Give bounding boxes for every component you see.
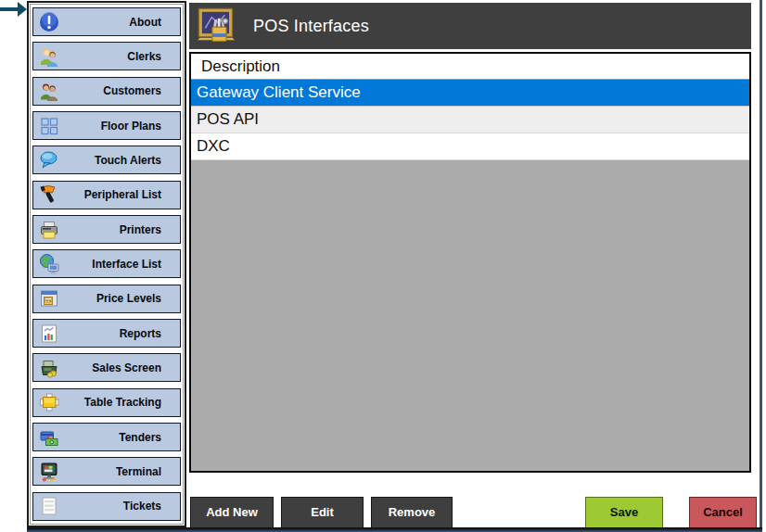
clerks-icon (37, 44, 61, 69)
sidebar-item-label: Customers (103, 84, 161, 97)
sidebar-item-label: Reports (120, 327, 161, 340)
reports-icon (37, 322, 61, 346)
interface-list-table[interactable]: Description Gateway Client ServicePOS AP… (189, 52, 751, 473)
list-empty-area (191, 160, 749, 471)
sidebar-item-peripheral-list[interactable]: Peripheral List (32, 181, 181, 209)
annotation-arrow-icon (0, 0, 28, 19)
sidebar-item-label: Peripheral List (84, 188, 161, 201)
sidebar-item-price-levels[interactable]: Price Levels (32, 285, 181, 313)
window-frame-right (760, 0, 762, 531)
touch-alerts-icon (37, 148, 61, 172)
save-button[interactable]: Save (585, 497, 663, 528)
terminal-icon (37, 460, 61, 484)
column-header-description: Description (191, 54, 749, 80)
sidebar-item-touch-alerts[interactable]: Touch Alerts (32, 146, 181, 174)
sidebar-item-reports[interactable]: Reports (32, 319, 181, 348)
sidebar-item-label: About (129, 16, 161, 29)
page-header: POS Interfaces (189, 3, 751, 49)
sidebar-item-label: Sales Screen (92, 361, 161, 374)
printers-icon (37, 218, 61, 242)
list-row[interactable]: DXC (191, 133, 749, 160)
sidebar-item-interface-list[interactable]: Interface List (32, 249, 181, 278)
tenders-icon (37, 425, 61, 450)
pos-board-icon (194, 6, 238, 45)
sidebar-item-floor-plans[interactable]: Floor Plans (32, 111, 181, 140)
sidebar-item-label: Terminal (116, 465, 161, 478)
floor-plans-icon (37, 114, 61, 138)
sales-screen-icon (37, 356, 61, 380)
customers-icon (37, 79, 61, 103)
page-title: POS Interfaces (253, 17, 369, 36)
peripheral-list-icon (37, 183, 61, 207)
add-new-button[interactable]: Add New (190, 497, 274, 528)
sidebar-item-terminal[interactable]: Terminal (32, 457, 181, 486)
sidebar-item-label: Tenders (119, 431, 161, 444)
interface-list-rows: Gateway Client ServicePOS APIDXC (191, 80, 749, 160)
sidebar-item-tenders[interactable]: Tenders (32, 423, 181, 451)
sidebar-nav: AboutClerksCustomersFloor PlansTouch Ale… (27, 1, 186, 527)
sidebar-item-table-tracking[interactable]: Table Tracking (32, 388, 181, 417)
table-tracking-icon (37, 390, 61, 414)
pos-config-window: AboutClerksCustomersFloor PlansTouch Ale… (0, 0, 766, 532)
remove-button[interactable]: Remove (371, 497, 453, 528)
sidebar-item-label: Tickets (123, 500, 161, 513)
sidebar-item-sales-screen[interactable]: Sales Screen (32, 353, 181, 382)
sidebar-item-label: Table Tracking (84, 396, 161, 409)
about-icon (37, 10, 61, 34)
tickets-icon (37, 494, 61, 518)
sidebar-item-customers[interactable]: Customers (32, 77, 181, 106)
sidebar-item-printers[interactable]: Printers (32, 215, 181, 244)
sidebar-item-label: Floor Plans (101, 120, 161, 133)
sidebar-item-label: Clerks (127, 50, 161, 63)
sidebar-item-label: Touch Alerts (95, 154, 161, 167)
sidebar-item-about[interactable]: About (32, 7, 181, 36)
window-frame-bottom (27, 527, 762, 532)
list-row[interactable]: POS API (191, 107, 749, 133)
sidebar-item-clerks[interactable]: Clerks (32, 42, 181, 70)
edit-button[interactable]: Edit (281, 497, 364, 528)
sidebar-item-label: Price Levels (96, 292, 161, 305)
sidebar-item-tickets[interactable]: Tickets (32, 492, 181, 521)
sidebar-item-label: Printers (120, 223, 161, 236)
sidebar-item-label: Interface List (92, 258, 161, 271)
list-row[interactable]: Gateway Client Service (191, 80, 749, 107)
price-levels-icon (37, 286, 61, 310)
interface-list-icon (37, 252, 61, 276)
cancel-button[interactable]: Cancel (689, 497, 757, 528)
